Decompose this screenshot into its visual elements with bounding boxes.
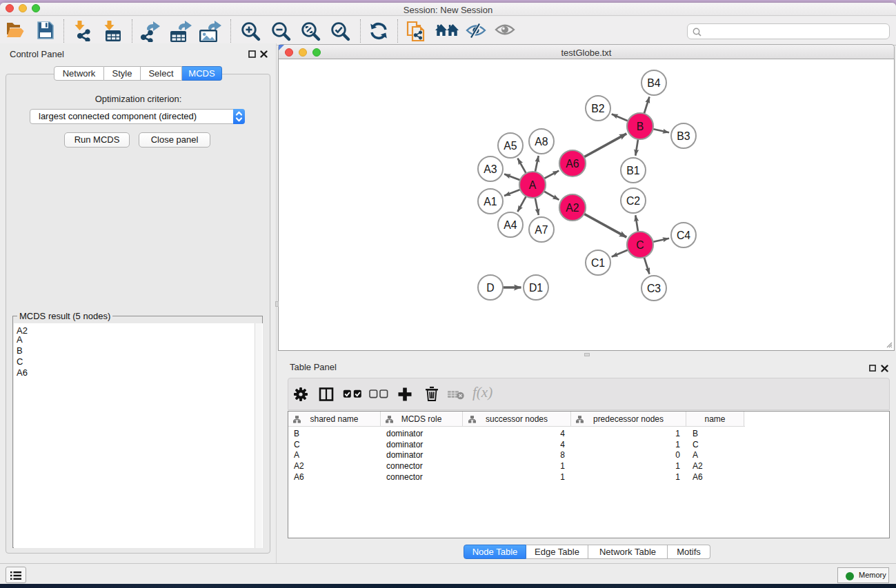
svg-text:C3: C3 [647,283,661,294]
svg-text:A6: A6 [566,158,579,170]
svg-text:B4: B4 [647,77,661,89]
svg-text:C4: C4 [677,230,690,241]
svg-text:C2: C2 [626,195,640,207]
svg-text:A2: A2 [566,202,579,214]
svg-text:A7: A7 [535,224,548,236]
svg-text:A4: A4 [504,219,517,231]
svg-text:D1: D1 [529,282,543,294]
svg-text:A: A [529,179,537,191]
svg-text:A8: A8 [535,136,548,148]
svg-text:D: D [486,282,494,294]
svg-text:B: B [637,121,644,132]
svg-text:A3: A3 [484,163,497,175]
svg-text:C: C [636,239,644,251]
svg-text:B1: B1 [626,165,640,176]
svg-text:C1: C1 [591,257,605,269]
svg-text:B3: B3 [677,130,690,142]
svg-text:B2: B2 [591,103,604,114]
svg-text:A1: A1 [484,196,497,207]
svg-text:A5: A5 [504,140,517,152]
